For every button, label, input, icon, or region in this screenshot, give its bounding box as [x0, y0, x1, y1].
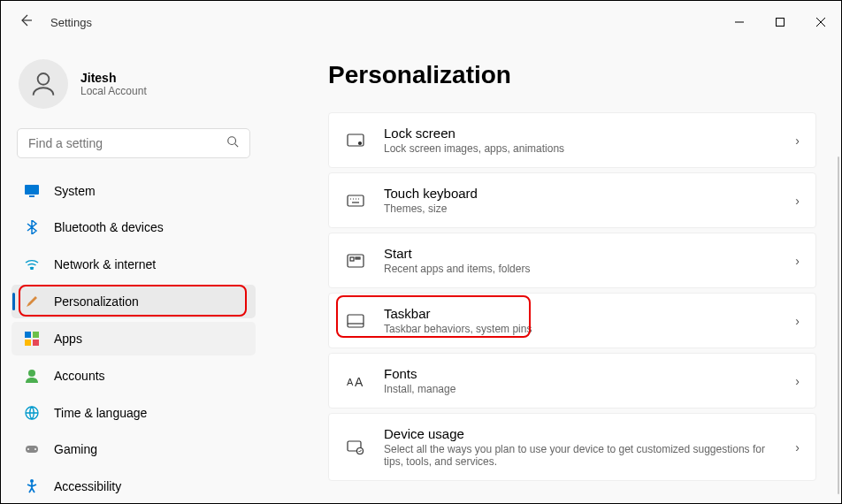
sidebar-item-label: Time & language — [54, 406, 147, 420]
svg-point-19 — [30, 479, 34, 483]
card-title: Device usage — [384, 426, 777, 441]
sidebar: Jitesh Local Account System Bluetooth & … — [1, 43, 266, 503]
user-name: Jitesh — [80, 71, 147, 85]
card-touch-keyboard[interactable]: Touch keyboard Themes, size › — [328, 172, 816, 228]
svg-rect-13 — [33, 340, 39, 346]
search-input[interactable] — [28, 136, 226, 150]
sidebar-item-apps[interactable]: Apps — [11, 322, 256, 355]
accessibility-icon — [24, 478, 40, 494]
apps-icon — [24, 331, 40, 347]
card-subtitle: Recent apps and items, folders — [384, 263, 777, 275]
card-title: Fonts — [384, 366, 777, 381]
fonts-icon: AA — [345, 374, 366, 388]
user-account-type: Local Account — [80, 85, 147, 97]
sidebar-item-gaming[interactable]: Gaming — [11, 433, 256, 467]
main-content: Personalization Lock screen Lock screen … — [266, 43, 841, 503]
card-subtitle: Select all the ways you plan to use your… — [384, 443, 777, 468]
card-start[interactable]: Start Recent apps and items, folders › — [328, 233, 816, 288]
chevron-right-icon: › — [795, 314, 800, 328]
device-usage-icon — [345, 440, 366, 454]
sidebar-item-label: Accessibility — [54, 479, 121, 493]
svg-rect-8 — [29, 195, 34, 197]
wifi-icon — [24, 256, 40, 272]
svg-rect-7 — [25, 185, 39, 195]
sidebar-item-label: Gaming — [54, 442, 97, 456]
app-title: Settings — [50, 16, 92, 29]
titlebar-left: Settings — [19, 13, 92, 31]
svg-point-18 — [34, 448, 36, 450]
sidebar-item-personalization[interactable]: Personalization — [11, 285, 256, 318]
svg-point-17 — [27, 448, 29, 450]
svg-point-9 — [31, 268, 33, 270]
svg-rect-12 — [25, 340, 31, 346]
sidebar-item-label: Personalization — [54, 294, 139, 309]
back-arrow-icon[interactable] — [19, 13, 33, 31]
sidebar-item-label: System — [54, 184, 96, 198]
page-title: Personalization — [328, 61, 816, 89]
svg-rect-31 — [358, 257, 360, 259]
search-icon — [226, 135, 239, 150]
svg-point-4 — [38, 73, 50, 85]
avatar — [19, 59, 68, 109]
start-icon — [345, 254, 366, 268]
card-fonts[interactable]: AA Fonts Install, manage › — [328, 353, 816, 409]
titlebar: Settings — [1, 1, 841, 43]
display-icon — [24, 183, 40, 199]
bluetooth-icon — [24, 219, 40, 235]
paintbrush-icon — [24, 294, 40, 309]
chevron-right-icon: › — [795, 134, 800, 148]
minimize-button[interactable] — [719, 1, 760, 43]
svg-rect-30 — [356, 257, 357, 259]
chevron-right-icon: › — [795, 440, 800, 454]
svg-rect-32 — [348, 315, 364, 327]
card-title: Start — [384, 246, 777, 261]
svg-point-21 — [359, 141, 362, 144]
svg-text:A: A — [355, 375, 364, 388]
gamepad-icon — [24, 441, 40, 457]
sidebar-item-label: Bluetooth & devices — [54, 220, 164, 234]
keyboard-icon — [345, 195, 366, 207]
sidebar-item-bluetooth[interactable]: Bluetooth & devices — [11, 211, 256, 245]
taskbar-icon — [345, 314, 366, 328]
svg-point-14 — [28, 370, 35, 377]
sidebar-item-system[interactable]: System — [11, 174, 256, 208]
search-box[interactable] — [17, 128, 250, 158]
card-subtitle: Lock screen images, apps, animations — [384, 142, 777, 155]
card-title: Touch keyboard — [384, 186, 777, 201]
svg-rect-11 — [33, 332, 39, 338]
maximize-button[interactable] — [760, 1, 800, 43]
svg-text:A: A — [347, 377, 354, 387]
chevron-right-icon: › — [795, 254, 800, 268]
svg-rect-1 — [777, 19, 785, 27]
scrollbar[interactable] — [838, 157, 839, 494]
card-subtitle: Taskbar behaviors, system pins — [384, 323, 777, 335]
svg-point-5 — [228, 137, 236, 145]
card-title: Taskbar — [384, 306, 777, 321]
window-controls — [719, 1, 841, 43]
card-lock-screen[interactable]: Lock screen Lock screen images, apps, an… — [328, 112, 816, 168]
svg-rect-10 — [25, 332, 31, 338]
sidebar-item-label: Apps — [54, 332, 82, 346]
card-taskbar[interactable]: Taskbar Taskbar behaviors, system pins › — [328, 293, 816, 348]
chevron-right-icon: › — [795, 374, 800, 388]
sidebar-item-accessibility[interactable]: Accessibility — [11, 470, 256, 503]
sidebar-item-accounts[interactable]: Accounts — [11, 359, 256, 393]
sidebar-item-label: Network & internet — [54, 257, 156, 271]
sidebar-item-label: Accounts — [54, 369, 105, 383]
person-icon — [24, 368, 40, 384]
sidebar-item-network[interactable]: Network & internet — [11, 248, 256, 281]
globe-icon — [24, 405, 40, 421]
card-device-usage[interactable]: Device usage Select all the ways you pla… — [328, 413, 816, 481]
user-info[interactable]: Jitesh Local Account — [11, 52, 256, 125]
sidebar-item-time-language[interactable]: Time & language — [11, 396, 256, 430]
svg-rect-29 — [350, 257, 354, 261]
card-subtitle: Themes, size — [384, 202, 777, 215]
chevron-right-icon: › — [795, 194, 800, 208]
close-button[interactable] — [800, 1, 841, 43]
lock-screen-icon — [345, 134, 366, 148]
svg-line-6 — [235, 144, 239, 148]
card-title: Lock screen — [384, 126, 777, 141]
card-subtitle: Install, manage — [384, 383, 777, 395]
svg-rect-22 — [348, 195, 364, 206]
